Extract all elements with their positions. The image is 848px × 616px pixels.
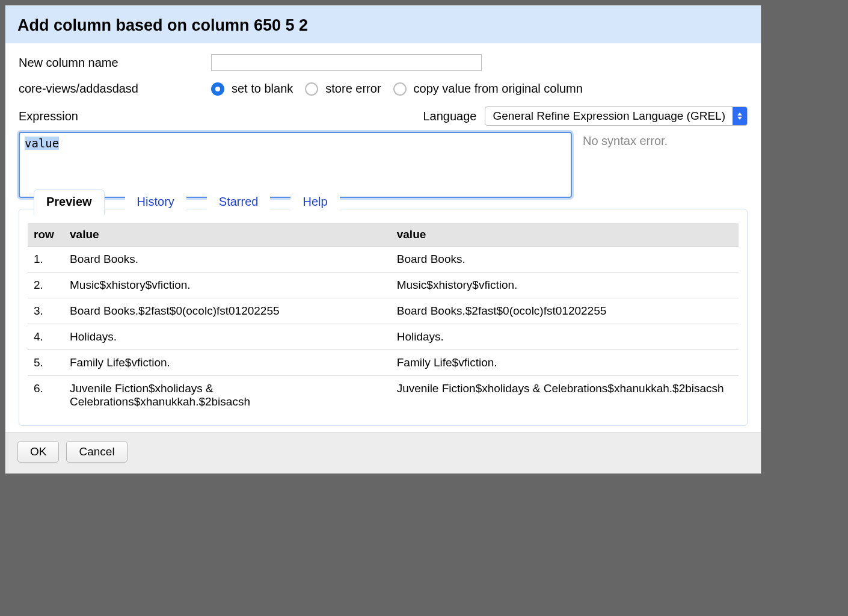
cell-row-num: 4. bbox=[28, 324, 64, 350]
cell-value2: Family Life$vfiction. bbox=[391, 350, 739, 376]
expression-header-row: Expression Language General Refine Expre… bbox=[19, 106, 748, 126]
expression-textarea[interactable]: value bbox=[19, 132, 572, 198]
language-label: Language bbox=[423, 109, 476, 123]
ok-button[interactable]: OK bbox=[17, 441, 59, 463]
table-row: 6. Juvenile Fiction$xholidays & Celebrat… bbox=[28, 376, 739, 415]
table-row: 4. Holidays. Holidays. bbox=[28, 324, 739, 350]
cell-value2: Board Books. bbox=[391, 247, 739, 273]
on-error-radio-group: set to blank store error copy value from… bbox=[211, 82, 591, 96]
radio-set-to-blank[interactable] bbox=[211, 82, 224, 96]
dialog-footer: OK Cancel bbox=[5, 432, 761, 473]
language-select-value: General Refine Expression Language (GREL… bbox=[485, 109, 733, 123]
cell-row-num: 2. bbox=[28, 273, 64, 298]
cell-value1: Board Books.$2fast$0(ocolc)fst01202255 bbox=[64, 298, 391, 324]
cell-value1: Family Life$vfiction. bbox=[64, 350, 391, 376]
new-column-label: New column name bbox=[19, 56, 211, 70]
expression-editor-row: value No syntax error. bbox=[19, 132, 748, 198]
radio-copy-value-label: copy value from original column bbox=[414, 82, 583, 96]
cell-value1: Music$xhistory$vfiction. bbox=[64, 273, 391, 298]
radio-set-to-blank-label: set to blank bbox=[232, 82, 293, 96]
radio-store-error-label: store error bbox=[325, 82, 381, 96]
tab-help[interactable]: Help bbox=[290, 190, 339, 215]
language-select[interactable]: General Refine Expression Language (GREL… bbox=[485, 106, 748, 126]
col-header-row: row bbox=[28, 223, 64, 247]
preview-panel: Preview History Starred Help row value v… bbox=[19, 209, 748, 426]
on-error-label: core-views/addasdasd bbox=[19, 82, 211, 96]
cell-value1: Board Books. bbox=[64, 247, 391, 273]
cell-row-num: 3. bbox=[28, 298, 64, 324]
syntax-status: No syntax error. bbox=[583, 132, 668, 198]
tab-preview[interactable]: Preview bbox=[34, 189, 105, 215]
cell-row-num: 6. bbox=[28, 376, 64, 415]
radio-copy-value[interactable] bbox=[393, 82, 407, 96]
col-header-value2: value bbox=[391, 223, 739, 247]
cell-row-num: 5. bbox=[28, 350, 64, 376]
cell-value1: Juvenile Fiction$xholidays & Celebration… bbox=[64, 376, 391, 415]
table-header-row: row value value bbox=[28, 223, 739, 247]
updown-arrows-icon bbox=[733, 107, 747, 125]
dialog-title: Add column based on column 650 5 2 bbox=[5, 5, 761, 43]
tab-history[interactable]: History bbox=[125, 190, 186, 215]
add-column-dialog: Add column based on column 650 5 2 New c… bbox=[5, 5, 761, 474]
new-column-input[interactable] bbox=[211, 54, 482, 71]
cell-value1: Holidays. bbox=[64, 324, 391, 350]
cell-value2: Holidays. bbox=[391, 324, 739, 350]
cancel-button[interactable]: Cancel bbox=[66, 441, 127, 463]
svg-marker-0 bbox=[737, 112, 742, 116]
cell-value2: Board Books.$2fast$0(ocolc)fst01202255 bbox=[391, 298, 739, 324]
preview-table: row value value 1. Board Books. Board Bo… bbox=[28, 223, 739, 414]
table-row: 3. Board Books.$2fast$0(ocolc)fst0120225… bbox=[28, 298, 739, 324]
col-header-value1: value bbox=[64, 223, 391, 247]
table-row: 5. Family Life$vfiction. Family Life$vfi… bbox=[28, 350, 739, 376]
svg-marker-1 bbox=[737, 117, 742, 120]
dialog-body: New column name core-views/addasdasd set… bbox=[5, 43, 761, 432]
tabs-bar: Preview History Starred Help bbox=[28, 189, 739, 215]
radio-store-error[interactable] bbox=[305, 82, 318, 96]
tab-starred[interactable]: Starred bbox=[207, 190, 271, 215]
cell-value2: Juvenile Fiction$xholidays & Celebration… bbox=[391, 376, 739, 415]
table-row: 1. Board Books. Board Books. bbox=[28, 247, 739, 273]
expression-label: Expression bbox=[19, 109, 78, 123]
table-row: 2. Music$xhistory$vfiction. Music$xhisto… bbox=[28, 273, 739, 298]
new-column-row: New column name bbox=[19, 54, 748, 71]
on-error-row: core-views/addasdasd set to blank store … bbox=[19, 82, 748, 96]
cell-row-num: 1. bbox=[28, 247, 64, 273]
cell-value2: Music$xhistory$vfiction. bbox=[391, 273, 739, 298]
